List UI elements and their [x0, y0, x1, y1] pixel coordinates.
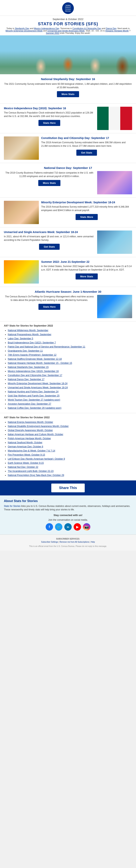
list-item-link[interactable]: National Dance Day: September 17 — [8, 378, 44, 381]
subtitle-text: Today is Stepfamily Day and Mexico Indep… — [4, 27, 132, 34]
linkedin-icon[interactable]: in — [64, 523, 72, 531]
constitution-button[interactable]: Get Stats — [76, 150, 97, 156]
list-item-link[interactable]: Leif Erikson Day (Nordic-American herita… — [8, 458, 65, 460]
list-item: Global Diversity Awareness Month: Octobe… — [8, 429, 132, 432]
list-item-link[interactable]: National Hispanic Heritage Month: Septem… — [8, 362, 72, 365]
mexico-section: Mexico Independence Day (1810): Septembe… — [0, 103, 136, 133]
single-button[interactable]: Get Stats — [39, 244, 60, 250]
list-item-link[interactable]: German-American Day: October 6 — [8, 445, 43, 448]
subscriber-links: Subscriber Settings | Remove me from All… — [41, 541, 95, 543]
list-item-link[interactable]: Minority Enterprise Development Week: Se… — [8, 382, 67, 385]
list-item: Leif Erikson Day (Nordic-American herita… — [8, 457, 132, 461]
list-item-link[interactable]: Unmarried and Single Americans Week: Sep… — [8, 386, 68, 389]
stepfamily-link[interactable]: Stepfamily Day — [15, 27, 29, 30]
list-item-link[interactable]: National Wilderness Month: September — [8, 329, 48, 332]
list-item-link[interactable]: Grandparents Day: September 11 — [8, 349, 43, 352]
date-line: September & October 2022 — [4, 18, 132, 21]
stepfamily-btn-container: More Stats — [4, 89, 132, 100]
minority-image — [4, 201, 39, 224]
list-item-link[interactable]: World Tourism Day: September 27 (updatin… — [8, 398, 60, 401]
list-item: National Seafood Month: October — [8, 441, 132, 444]
list-item: Unmarried and Single Americans Week: Sep… — [8, 386, 132, 389]
list-item-link[interactable]: Gold Star Mothers and Family Day: Septem… — [8, 394, 60, 397]
stats-for-stories-link[interactable]: Stats for Stories — [4, 505, 21, 507]
mexico-image-col — [97, 107, 132, 130]
summer-button[interactable]: More Stats — [76, 274, 98, 279]
list-item-link[interactable]: National Preparedness Month: September — [8, 333, 51, 336]
summer-section: Summer 2022: June 21-September 22 In the… — [0, 257, 136, 287]
mexico-button[interactable]: Stats Here — [38, 120, 60, 126]
list-item: Patriot Day and National Day of Service … — [8, 345, 132, 348]
social-icons-row: f 🐦 in ▶ 📷 — [4, 523, 132, 531]
list-item-link[interactable]: 74th Emmy Awards (Primetime): September … — [8, 353, 57, 356]
help-link[interactable]: Help — [91, 541, 95, 543]
list-item: National Coffee Day: September 29 (updat… — [8, 406, 132, 410]
list-item-link[interactable]: Patriot Day and National Day of Service … — [8, 345, 85, 348]
single-text-col: Unmarried and Single Americans Week: Sep… — [4, 230, 95, 253]
remove-subscriptions-link[interactable]: Remove me from All Subscriptions — [60, 541, 89, 543]
stepfamily-button[interactable]: More Stats — [57, 91, 79, 97]
list-item: Ancestor Appreciation Day: September 27 — [8, 402, 132, 406]
stepfamily-section: National Stepfamily Day: September 16 Th… — [0, 74, 136, 103]
list-item-link[interactable]: Brazil Independence Day (1822): Septembe… — [8, 341, 56, 344]
list-item: Labor Day: September 5 — [8, 337, 132, 340]
list-item-link[interactable]: National Hunting and Fishing Day: Septem… — [8, 390, 59, 393]
list-item-link[interactable]: Mexico Independence Day (1810): Septembe… — [8, 370, 59, 373]
list-item: National Preparedness Month: September — [8, 333, 132, 336]
dance-link[interactable]: Dance Day — [106, 27, 116, 30]
list-item-link[interactable]: Manufacturing Day & Week: October 7 & 7-… — [8, 450, 55, 452]
list-item-link[interactable]: National Disability Employment Awareness… — [8, 425, 69, 428]
summer-heading: Summer 2022: June 21-September 22 — [41, 260, 132, 264]
list-item: National Hispanic Heritage Month: Septem… — [8, 361, 132, 365]
mexico-link[interactable]: Mexico Independence Day — [34, 27, 59, 30]
single-section: Unmarried and Single Americans Week: Sep… — [0, 227, 136, 257]
share-this-button[interactable]: Share This — [51, 484, 85, 492]
list-item-link[interactable]: National Prescription Drug Take-Back Day… — [8, 474, 64, 476]
list-item-link[interactable]: National Energy Awareness Month: October — [8, 421, 53, 424]
list-item-link[interactable]: Earth Science Week: October 9-15 — [8, 462, 44, 464]
list-item: The Incandescent Light Bulb: October 22-… — [8, 469, 132, 473]
list-item: National Staffing Employee Week: Septemb… — [8, 357, 132, 361]
list-item-link[interactable]: Labor Day: September 5 — [8, 337, 33, 340]
list-item: National Disability Employment Awareness… — [8, 425, 132, 428]
list-item-link[interactable]: Italian American Heritage and Culture Mo… — [8, 433, 63, 436]
dance-button[interactable]: More Stats — [38, 180, 60, 186]
constitution-link[interactable]: Constitution & Citizenship Day — [72, 27, 101, 30]
summer-link[interactable]: Summer 2022 — [46, 32, 59, 34]
list-item-link[interactable]: Fire Prevention Week: October 9-15 — [8, 454, 45, 456]
minority-link[interactable]: Minority Enterprise Development Week — [6, 30, 43, 32]
stepfamily-heading: National Stepfamily Day: September 16 — [4, 78, 132, 81]
dance-heading: National Dance Day: September 17 — [4, 166, 132, 169]
about-section: About Stats for Stories Stats for Storie… — [0, 495, 136, 535]
single-link[interactable]: Unmarried and Single Americans Week — [47, 30, 85, 32]
list-item: National Dance Day: September 17 — [8, 378, 132, 381]
constitution-heading: Constitution Day and Citizenship Day: Se… — [41, 136, 132, 140]
footer: SUBSCRIBER SERVICES: Subscriber Settings… — [0, 535, 136, 551]
list-item-link[interactable]: Constitution Day and Citizenship Day: Se… — [8, 374, 62, 377]
list-item-link[interactable]: Polish-American Heritage Month: October — [8, 437, 51, 440]
list-item-link[interactable]: Ancestor Appreciation Day: September 27 — [8, 403, 51, 405]
hurricane-text: The Census Bureau's OnTheMap for Emergen… — [4, 295, 95, 302]
twitter-icon[interactable]: 🐦 — [55, 523, 62, 531]
census-logo: United States®CensusBureau — [62, 2, 74, 14]
youtube-icon[interactable]: ▶ — [74, 523, 81, 531]
list-item: Italian American Heritage and Culture Mo… — [8, 433, 132, 436]
minority-button[interactable]: Stats More — [76, 214, 98, 220]
facebook-icon[interactable]: f — [46, 523, 53, 531]
hurricane-button[interactable]: Stats Here — [38, 304, 60, 310]
subscriber-settings-link[interactable]: Subscriber Settings — [41, 541, 58, 543]
instagram-icon[interactable]: 📷 — [83, 523, 90, 531]
list-item-link[interactable]: The Incandescent Light Bulb: October 22-… — [8, 470, 54, 472]
list-item-link[interactable]: National Seafood Month: October — [8, 441, 42, 444]
single-heading: Unmarried and Single Americans Week: Sep… — [4, 230, 95, 234]
list-item-link[interactable]: National Nut Day: October 22 — [8, 466, 38, 468]
list-item: Polish-American Heritage Month: October — [8, 437, 132, 440]
list-item-link[interactable]: Global Diversity Awareness Month: Octobe… — [8, 429, 53, 432]
list-item-link[interactable]: National Coffee Day: September 29 (updat… — [8, 407, 61, 409]
list-item-link[interactable]: National Staffing Employee Week: Septemb… — [8, 358, 62, 360]
minority-heading: Minority Enterprise Development Week: Se… — [41, 201, 132, 204]
hispanic-link[interactable]: Hispanic Heritage Month — [105, 30, 129, 32]
single-image-col — [97, 230, 132, 254]
list-item: Constitution Day and Citizenship Day: Se… — [8, 374, 132, 377]
list-item-link[interactable]: National Stepfamily Day: September 15 — [8, 366, 48, 369]
